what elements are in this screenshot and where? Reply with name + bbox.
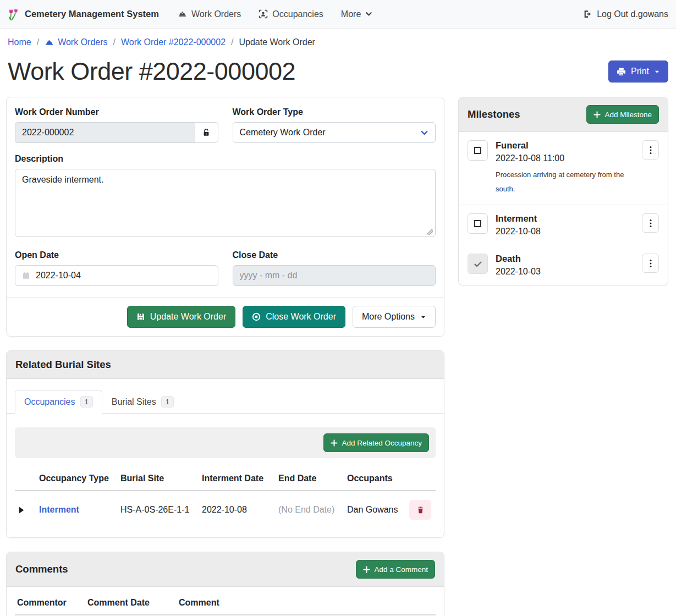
- milestone-date: 2022-10-08: [496, 227, 634, 237]
- work-order-form-card: Work Order Number 2022-000002: [6, 97, 444, 337]
- print-button[interactable]: Print: [608, 61, 668, 82]
- logout-label: Log Out d.gowans: [597, 9, 668, 19]
- nav-label-more: More: [341, 9, 361, 19]
- occupancies-table: Occupancy Type Burial Site Interment Dat…: [7, 463, 444, 537]
- more-options-button[interactable]: More Options: [353, 306, 436, 328]
- related-burial-sites-card: Related Burial Sites Occupancies 1 Buria…: [6, 350, 444, 538]
- stop-circle-icon: [252, 312, 261, 321]
- col-burial-site: Burial Site: [118, 466, 200, 490]
- end-date-value: (No End Date): [276, 496, 345, 524]
- milestones-card: Milestones Add Milestone Funeral 2022-10…: [458, 97, 668, 285]
- milestones-title: Milestones: [468, 108, 520, 120]
- related-burial-sites-title: Related Burial Sites: [15, 359, 111, 371]
- milestone-menu-button[interactable]: [642, 254, 659, 273]
- caret-down-icon: [654, 69, 660, 75]
- milestone-checkbox-checked[interactable]: [468, 254, 488, 274]
- open-date-input[interactable]: 2022-10-04: [15, 265, 218, 286]
- expand-row-icon[interactable]: [17, 506, 35, 514]
- comments-card: Comments Add a Comment Commentor Comment…: [6, 552, 444, 616]
- burial-site-value: HS-A-0S-26E-1-1: [118, 496, 200, 524]
- close-date-field: [240, 271, 429, 280]
- nav-item-more[interactable]: More: [341, 9, 372, 19]
- add-related-occupancy-button[interactable]: Add Related Occupancy: [323, 433, 429, 452]
- occupancies-count-badge: 1: [80, 396, 93, 408]
- milestone-checkbox[interactable]: [468, 213, 488, 234]
- kebab-icon: [650, 146, 652, 155]
- breadcrumb-current: Update Work Order: [239, 37, 315, 47]
- checkbox-square-icon: [474, 220, 481, 227]
- milestone-date: 2022-10-03: [496, 267, 634, 277]
- description-label: Description: [15, 154, 436, 164]
- breadcrumb: Home / Work Orders / Work Order #2022-00…: [0, 29, 676, 53]
- occupancy-type-link[interactable]: Interment: [39, 505, 79, 514]
- printer-icon: [617, 67, 626, 76]
- breadcrumb-work-order-number[interactable]: Work Order #2022-000002: [121, 37, 226, 47]
- unlock-icon: [202, 128, 211, 137]
- add-related-occupancy-label: Add Related Occupancy: [342, 439, 422, 447]
- hard-hat-icon: [178, 9, 187, 19]
- logout-link[interactable]: Log Out d.gowans: [583, 9, 668, 19]
- top-navbar: Cemetery Management System Work Orders: [0, 0, 676, 29]
- milestone-date: 2022-10-08 11:00: [496, 153, 634, 163]
- close-date-input: [233, 265, 436, 286]
- work-order-number-label: Work Order Number: [15, 107, 218, 117]
- check-icon: [474, 260, 482, 268]
- brand[interactable]: Cemetery Management System: [8, 8, 159, 21]
- breadcrumb-work-orders[interactable]: Work Orders: [45, 37, 107, 47]
- occupancy-row: Interment HS-A-0S-26E-1-1 2022-10-08 (No…: [15, 491, 436, 529]
- col-interment-date: Interment Date: [200, 466, 276, 490]
- milestone-item-funeral: Funeral 2022-10-08 11:00 Procession arri…: [459, 132, 668, 205]
- hard-hat-icon: [45, 38, 54, 47]
- comments-title: Comments: [15, 563, 68, 575]
- interment-date-value: 2022-10-08: [200, 496, 276, 524]
- plus-icon: [363, 566, 370, 573]
- comments-table: Commentor Comment Date Comment d.gowans …: [7, 587, 444, 616]
- description-textarea[interactable]: Graveside interment.: [15, 169, 436, 237]
- nav-item-work-orders[interactable]: Work Orders: [178, 9, 241, 19]
- save-icon: [136, 312, 145, 321]
- breadcrumb-separator: /: [37, 37, 39, 47]
- col-end-date: End Date: [276, 466, 345, 490]
- open-date-label: Open Date: [15, 250, 218, 260]
- caret-down-icon: [420, 314, 426, 320]
- milestone-description: Procession arriving at cemetery from the…: [496, 168, 634, 196]
- delete-occupancy-button[interactable]: [409, 500, 431, 520]
- work-order-number-input: 2022-000002: [15, 122, 195, 143]
- plus-icon: [331, 439, 338, 447]
- tab-burial-sites[interactable]: Burial Sites 1: [102, 390, 183, 414]
- related-tabs: Occupancies 1 Burial Sites 1: [7, 379, 444, 414]
- update-work-order-button[interactable]: Update Work Order: [127, 306, 235, 328]
- tab-occupancies[interactable]: Occupancies 1: [15, 390, 102, 414]
- chevron-down-icon: [420, 129, 428, 137]
- plus-icon: [593, 111, 601, 118]
- milestone-checkbox[interactable]: [468, 140, 488, 161]
- unlock-button[interactable]: [195, 122, 218, 143]
- occupants-value: Dan Gowans: [345, 496, 407, 524]
- app-title: Cemetery Management System: [25, 9, 159, 19]
- milestone-title: Funeral: [496, 140, 634, 151]
- checkbox-square-icon: [474, 147, 481, 154]
- work-order-type-label: Work Order Type: [233, 107, 436, 117]
- add-comment-button[interactable]: Add a Comment: [356, 560, 435, 579]
- sign-out-icon: [583, 9, 592, 19]
- close-work-order-label: Close Work Order: [266, 312, 336, 322]
- calendar-icon: [22, 271, 30, 280]
- close-work-order-button[interactable]: Close Work Order: [243, 306, 345, 328]
- add-milestone-label: Add Milestone: [604, 111, 652, 119]
- nav-item-occupancies[interactable]: Occupancies: [259, 9, 323, 19]
- col-comment-date: Comment Date: [85, 590, 177, 614]
- work-order-type-select[interactable]: Cemetery Work Order: [233, 122, 436, 143]
- more-options-label: More Options: [362, 312, 415, 322]
- milestone-menu-button[interactable]: [642, 140, 659, 160]
- col-comment: Comment: [177, 590, 353, 614]
- close-date-label: Close Date: [233, 250, 436, 260]
- breadcrumb-separator: /: [231, 37, 233, 47]
- breadcrumb-home[interactable]: Home: [8, 37, 31, 47]
- nav-label-occupancies: Occupancies: [272, 9, 323, 19]
- kebab-icon: [650, 219, 652, 228]
- milestone-menu-button[interactable]: [642, 213, 659, 233]
- add-milestone-button[interactable]: Add Milestone: [586, 105, 659, 124]
- update-work-order-label: Update Work Order: [150, 312, 226, 322]
- col-occupants: Occupants: [345, 466, 407, 490]
- milestone-item-interment: Interment 2022-10-08: [459, 205, 668, 245]
